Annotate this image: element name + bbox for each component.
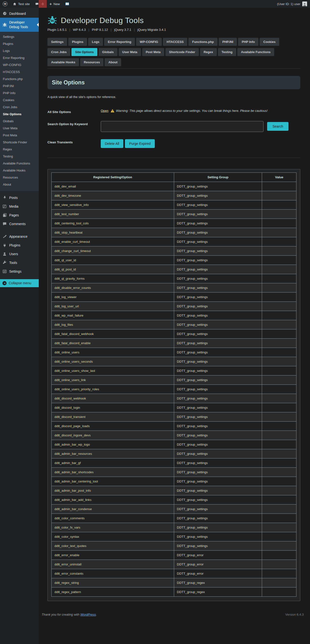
sidebar-item-pages[interactable]: Pages: [0, 211, 39, 220]
table-row: ddtt_admin_bar_condenseDDTT_group_settin…: [52, 504, 297, 514]
cell-grp: DDTT_group_settings: [174, 219, 262, 228]
sidebar-item-media[interactable]: Media: [0, 202, 39, 211]
cell-val: [262, 320, 297, 330]
sidebar-item-globals[interactable]: Globals: [0, 118, 39, 125]
sidebar-item-user-meta[interactable]: User Meta: [0, 125, 39, 132]
open-link[interactable]: Open: [101, 109, 109, 112]
avatar[interactable]: [302, 2, 307, 6]
sidebar-item-plugins[interactable]: Plugins: [0, 241, 39, 250]
cell-val: [262, 468, 297, 477]
user-account-label[interactable]: (User ID: 1) user: [277, 2, 300, 6]
sidebar-item-available-functions[interactable]: Available Functions: [0, 160, 39, 167]
tab-regex[interactable]: Regex: [200, 48, 217, 56]
tab-wp-config[interactable]: WP-CONFIG: [136, 38, 162, 46]
sidebar-item-developer-debug-tools[interactable]: W Developer Debug Tools: [0, 18, 39, 32]
sidebar-item-shortcode-finder[interactable]: Shortcode Finder: [0, 139, 39, 146]
sidebar-item-regex[interactable]: Regex: [0, 146, 39, 153]
tab-user-meta[interactable]: User Meta: [119, 48, 141, 56]
sidebar-item-functions-php[interactable]: Functions.php: [0, 76, 39, 82]
tab-about[interactable]: About: [105, 58, 121, 66]
cell-val: [262, 274, 297, 283]
collapse-menu-button[interactable]: ◀ Collapse menu: [0, 279, 39, 287]
cell-opt: ddtt_centering_tool_cols: [52, 219, 174, 228]
tab-php-ini[interactable]: PHP.INI: [219, 38, 237, 46]
wordpress-menu[interactable]: W: [0, 0, 10, 8]
comments-admin-bar[interactable]: [32, 0, 39, 8]
cell-grp: DDTT_group_error: [174, 560, 262, 569]
resources-admin-bar[interactable]: [62, 0, 72, 8]
tab-cron-jobs[interactable]: Cron Jobs: [47, 48, 70, 56]
footer-thanks: Thank you for creating with WordPress.: [42, 613, 97, 616]
tab-logs[interactable]: Logs: [88, 38, 103, 46]
sidebar-item-users[interactable]: Users: [0, 250, 39, 258]
tab-globals[interactable]: Globals: [99, 48, 118, 56]
comment-count-badge[interactable]: 0: [39, 0, 47, 8]
tab-post-meta[interactable]: Post Meta: [142, 48, 164, 56]
purge-expired-button[interactable]: Purge Expired: [125, 139, 155, 148]
table-row: ddtt_admin_bar_resourcesDDTT_group_setti…: [52, 449, 297, 458]
table-row: ddtt_dev_timezoneDDTT_group_settings: [52, 191, 297, 200]
new-content-button[interactable]: + New: [47, 0, 62, 8]
tab-shortcode-finder[interactable]: Shortcode Finder: [165, 48, 199, 56]
sidebar-item-php-ini[interactable]: PHP.INI: [0, 82, 39, 90]
delete-all-button[interactable]: Delete All: [101, 139, 123, 148]
tab-available-hooks[interactable]: Available Hooks: [47, 58, 79, 66]
sidebar-item-php-info[interactable]: PHP Info: [0, 90, 39, 96]
sidebar-item-cron-jobs[interactable]: Cron Jobs: [0, 104, 39, 110]
tab-testing[interactable]: Testing: [218, 48, 236, 56]
sidebar-item-appearance[interactable]: Appearance: [0, 232, 39, 241]
cell-val: [262, 449, 297, 458]
tab-plugins[interactable]: Plugins: [68, 38, 87, 46]
sliders-icon: [2, 269, 7, 274]
sidebar-item-testing[interactable]: Testing: [0, 153, 39, 160]
cell-grp: DDTT_group_settings: [174, 320, 262, 330]
cell-grp: DDTT_group_settings: [174, 256, 262, 265]
sidebar-item-plugins[interactable]: Plugins: [0, 40, 39, 47]
sidebar-item-label: Users: [9, 252, 18, 256]
cell-grp: DDTT_group_settings: [174, 532, 262, 542]
tab-htaccess[interactable]: HTACCESS: [163, 38, 187, 46]
plugin-meta-item: WP 6.4.3: [73, 28, 86, 32]
main-menu: PostsMediaPagesCommentsAppearancePlugins…: [0, 191, 39, 276]
dashboard-gauge-icon: [2, 12, 7, 16]
sidebar-item-post-meta[interactable]: Post Meta: [0, 132, 39, 139]
sidebar-item-htaccess[interactable]: HTACCESS: [0, 68, 39, 76]
site-name-link[interactable]: Test site: [10, 0, 32, 8]
tab-site-options[interactable]: Site Options: [71, 48, 97, 56]
sidebar-item-resources[interactable]: Resources: [0, 174, 39, 181]
sidebar-item-logs[interactable]: Logs: [0, 47, 39, 54]
sidebar-item-dashboard[interactable]: Dashboard: [0, 9, 39, 18]
tab-settings[interactable]: Settings: [47, 38, 67, 46]
cell-opt: ddtt_admin_bar_wp_logo: [52, 440, 174, 449]
cell-grp: DDTT_group_settings: [174, 514, 262, 523]
cell-opt: ddtt_admin_bar_post_info: [52, 486, 174, 495]
cell-grp: DDTT_group_settings: [174, 542, 262, 550]
tab-error-reporting[interactable]: Error Reporting: [104, 38, 135, 46]
table-row: ddtt_ql_gravity_formsDDTT_group_settings: [52, 274, 297, 283]
tab-cookies[interactable]: Cookies: [260, 38, 279, 46]
sidebar-item-settings[interactable]: Settings: [0, 267, 39, 276]
tab-available-functions[interactable]: Available Functions: [237, 48, 274, 56]
sidebar-item-tools[interactable]: Tools: [0, 258, 39, 267]
cell-grp: DDTT_group_settings: [174, 440, 262, 449]
wordpress-link[interactable]: WordPress: [80, 613, 96, 616]
cell-opt: ddtt_online_users_priority_roles: [52, 385, 174, 394]
main-content: W Developer Debug Tools Plugin 1.6.5.1|W…: [39, 8, 310, 644]
sidebar-item-cookies[interactable]: Cookies: [0, 96, 39, 104]
search-input[interactable]: [101, 121, 264, 132]
tab-functions-php[interactable]: Functions.php: [188, 38, 217, 46]
cell-opt: ddtt_log_viewer: [52, 292, 174, 302]
sidebar-item-posts[interactable]: Posts: [0, 193, 39, 202]
search-button[interactable]: Search: [267, 122, 289, 131]
sidebar-item-site-options[interactable]: Site Options: [0, 110, 39, 118]
sidebar-item-wp-config[interactable]: WP-CONFIG: [0, 61, 39, 68]
sidebar-item-error-reporting[interactable]: Error Reporting: [0, 54, 39, 61]
tab-php-info[interactable]: PHP Info: [238, 38, 258, 46]
sidebar-item-comments[interactable]: Comments: [0, 220, 39, 228]
cell-val: [262, 458, 297, 468]
sidebar-item-available-hooks[interactable]: Available Hooks: [0, 167, 39, 174]
sidebar-item-settings[interactable]: Settings: [0, 33, 39, 40]
tab-resources[interactable]: Resources: [80, 58, 103, 66]
cell-opt: ddtt_error_constants: [52, 569, 174, 578]
sidebar-item-about[interactable]: About: [0, 181, 39, 188]
